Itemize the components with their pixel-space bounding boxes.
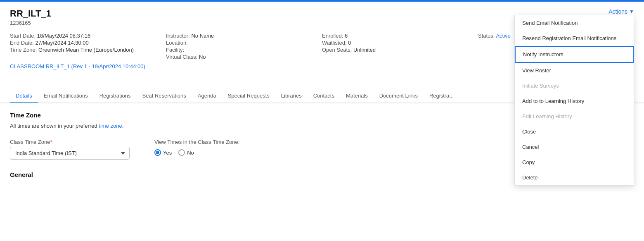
virtual-class-label: Virtual Class: <box>166 54 197 60</box>
menu-item-cancel[interactable]: Cancel <box>515 139 634 155</box>
facility-line: Facility: <box>166 47 322 53</box>
timezone-note-highlight: time zone <box>99 123 122 129</box>
start-date-value: 18/May/2024 08:37:16 <box>37 33 90 39</box>
tab-document-links[interactable]: Document Links <box>374 89 424 103</box>
tab-special-requests[interactable]: Special Requests <box>222 89 275 103</box>
tab-agenda[interactable]: Agenda <box>192 89 222 103</box>
tab-libraries[interactable]: Libraries <box>275 89 308 103</box>
start-date-line: Start Date: 18/May/2024 08:37:16 <box>10 33 166 39</box>
menu-item-close[interactable]: Close <box>515 124 634 139</box>
facility-label: Facility: <box>166 47 184 53</box>
instructor-value: No Name <box>191 33 214 39</box>
waitlisted-line: Waitlisted: 0 <box>322 40 478 46</box>
radio-yes-label: Yes <box>163 150 172 156</box>
actions-label: Actions <box>608 8 627 15</box>
page-subtitle: 1236165 <box>10 20 51 26</box>
actions-dropdown: Send Email Notification Resend Registrat… <box>514 15 634 186</box>
menu-item-resend-registration[interactable]: Resend Registration Email Notifications <box>515 31 634 46</box>
enrolled-line: Enrolled: 6 <box>322 33 478 39</box>
menu-item-copy[interactable]: Copy <box>515 155 634 170</box>
view-times-field: View Times in the Class Time Zone: Yes N… <box>154 139 239 156</box>
class-timezone-select[interactable]: India Standard Time (IST) Greenwich Mean… <box>10 147 130 160</box>
page-title: RR_ILT_1 <box>10 8 51 19</box>
timezone-line: Time Zone: Greenwich Mean Time (Europe/L… <box>10 47 166 53</box>
end-date-line: End Date: 27/May/2024 14:30:00 <box>10 40 166 46</box>
menu-item-notify-instructors[interactable]: Notify Instructors <box>515 46 634 63</box>
actions-button[interactable]: Actions ▼ <box>608 8 634 15</box>
radio-no-button[interactable] <box>178 149 185 156</box>
timezone-value: Greenwich Mean Time (Europe/London) <box>38 47 134 53</box>
open-seats-label: Open Seats: <box>322 47 352 53</box>
radio-no-label: No <box>187 150 194 156</box>
class-timezone-field: Class Time Zone*: India Standard Time (I… <box>10 139 130 160</box>
enrolled-value: 6 <box>345 33 348 39</box>
menu-item-delete[interactable]: Delete <box>515 170 634 185</box>
tab-registrations[interactable]: Registrations <box>94 89 137 103</box>
instructor-line: Instructor: No Name <box>166 33 322 39</box>
instructor-block: Instructor: No Name Location: Facility: … <box>166 33 322 60</box>
radio-yes-option[interactable]: Yes <box>154 149 172 156</box>
timezone-label: Time Zone: <box>10 47 37 53</box>
menu-item-send-email[interactable]: Send Email Notification <box>515 15 634 31</box>
tab-materials[interactable]: Materials <box>340 89 374 103</box>
start-date-label: Start Date: <box>10 33 36 39</box>
open-seats-line: Open Seats: Unlimited <box>322 47 478 53</box>
radio-yes-button[interactable] <box>154 149 161 156</box>
waitlisted-value: 0 <box>348 40 351 46</box>
status-value: Active <box>496 33 510 39</box>
end-date-value: 27/May/2024 14:30:00 <box>35 40 88 46</box>
required-marker: * <box>50 139 52 145</box>
virtual-class-value: No <box>199 54 206 60</box>
menu-item-edit-learning-history: Edit Learning History <box>515 109 634 124</box>
chevron-down-icon: ▼ <box>629 9 634 14</box>
class-timezone-label: Class Time Zone*: <box>10 139 130 145</box>
open-seats-value: Unlimited <box>353 47 376 53</box>
menu-item-add-learning-history[interactable]: Add to to Learning History <box>515 93 634 109</box>
waitlisted-label: Waitlisted: <box>322 40 346 46</box>
tab-details[interactable]: Details <box>10 89 38 103</box>
location-line: Location: <box>166 40 322 46</box>
tab-email-notifications[interactable]: Email Notifications <box>38 89 94 103</box>
tab-seat-reservations[interactable]: Seat Reservations <box>137 89 192 103</box>
radio-group: Yes No <box>154 147 239 156</box>
menu-item-initiate-surveys: Initiate Surveys <box>515 78 634 93</box>
instructor-label: Instructor: <box>166 33 190 39</box>
virtual-class-line: Virtual Class: No <box>166 54 322 60</box>
enrolled-block: Enrolled: 6 Waitlisted: 0 Open Seats: Un… <box>322 33 478 60</box>
tab-registra-more[interactable]: Registra... <box>424 89 459 103</box>
status-label: Status: <box>478 33 495 39</box>
start-date-block: Start Date: 18/May/2024 08:37:16 End Dat… <box>10 33 166 60</box>
radio-no-option[interactable]: No <box>178 149 194 156</box>
end-date-label: End Date: <box>10 40 34 46</box>
location-label: Location: <box>166 40 188 46</box>
title-block: RR_ILT_1 1236165 <box>10 8 51 26</box>
menu-item-view-roster[interactable]: View Roster <box>515 63 634 78</box>
tab-contacts[interactable]: Contacts <box>308 89 340 103</box>
enrolled-label: Enrolled: <box>322 33 343 39</box>
view-times-label: View Times in the Class Time Zone: <box>154 139 239 145</box>
